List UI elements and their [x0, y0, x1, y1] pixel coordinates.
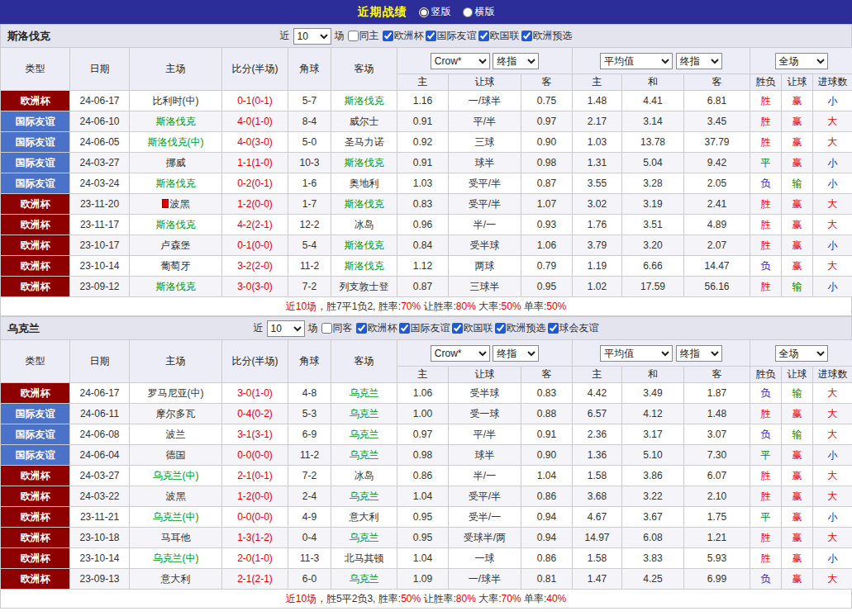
match-row: 欧洲杯23-09-13意大利2-1(2-1)6-0乌克兰1.09一/球半0.81…	[1, 569, 852, 590]
handicap-line: 一球	[449, 548, 521, 569]
match-date: 24-06-17	[70, 91, 130, 111]
home-odds: 0.83	[397, 194, 449, 215]
score: 3-1(3-1)	[222, 424, 288, 445]
result-wdl: 胜	[750, 215, 782, 235]
view-mode-vertical[interactable]: 竖版	[419, 5, 451, 19]
same-side-filter[interactable]: 同客	[321, 321, 353, 335]
result-wdl: 平	[750, 445, 782, 466]
avg-draw-odds: 3.83	[622, 548, 684, 569]
avg-draw-odds: 3.22	[622, 486, 684, 507]
result-goals: 大	[813, 466, 852, 486]
away-team: 列支敦士登	[331, 277, 397, 297]
home-team-name: 意大利	[161, 573, 191, 585]
view-mode-horizontal[interactable]: 横版	[463, 5, 495, 19]
result-handicap: 赢	[782, 507, 813, 528]
match-count-select[interactable]: 10	[267, 320, 305, 337]
match-scope-select[interactable]: 全场	[775, 53, 828, 69]
result-handicap: 赢	[782, 111, 813, 132]
competition-checkbox[interactable]	[356, 323, 367, 334]
result-goals: 大	[813, 383, 852, 404]
match-scope-select[interactable]: 全场	[775, 345, 828, 362]
corner-count: 5-0	[288, 132, 331, 153]
result-goals: 小	[813, 235, 852, 256]
competition-checkbox[interactable]	[495, 323, 506, 334]
match-date: 23-11-17	[70, 215, 130, 235]
avg-source-select[interactable]: 平均值	[600, 53, 673, 69]
avg-source-select[interactable]: 平均值	[600, 345, 673, 362]
summary-segment: 50%	[502, 301, 521, 312]
horizontal-radio[interactable]	[463, 7, 473, 17]
result-wdl: 胜	[750, 466, 782, 486]
home-team: 摩尔多瓦	[130, 404, 222, 424]
away-team-name: 斯洛伐克	[345, 239, 384, 251]
home-team-name: 比利时(中)	[153, 95, 199, 107]
bookmaker-select[interactable]: Crow*	[431, 345, 490, 362]
match-count-select[interactable]: 10	[293, 28, 331, 45]
competition-checkbox[interactable]	[399, 323, 410, 334]
competition-checkbox[interactable]	[452, 323, 463, 334]
near-label: 近	[280, 29, 290, 43]
subcol-avg-home: 主	[573, 367, 622, 383]
competition-type: 欧洲杯	[1, 569, 70, 590]
home-odds: 1.03	[397, 173, 449, 194]
competition-type: 欧洲杯	[1, 383, 70, 404]
match-date: 23-10-17	[70, 235, 130, 256]
score: 0-0(0-0)	[222, 445, 288, 466]
away-team-name: 意大利	[350, 511, 379, 523]
away-team: 北马其顿	[331, 548, 397, 569]
home-team: 卢森堡	[130, 235, 222, 256]
result-goals: 大	[813, 256, 852, 277]
competition-filter[interactable]: 欧国联	[452, 321, 493, 335]
away-team: 乌克兰	[331, 486, 397, 507]
corner-count: 11-3	[288, 548, 331, 569]
competition-filter[interactable]: 欧国联	[478, 29, 520, 43]
away-team-name: 奥地利	[350, 178, 379, 189]
competition-filter[interactable]: 球会友谊	[548, 321, 599, 335]
same-side-checkbox[interactable]	[348, 31, 359, 41]
summary-segment: 50%	[546, 301, 566, 312]
score: 0-1(0-0)	[222, 235, 288, 256]
odds-stage-select[interactable]: 终指	[493, 345, 539, 362]
result-handicap: 赢	[782, 548, 813, 569]
away-team-name: 圣马力诺	[345, 136, 384, 148]
handicap-line: 一/球半	[449, 569, 521, 590]
competition-type: 国际友谊	[1, 404, 70, 424]
same-side-checkbox[interactable]	[321, 323, 332, 334]
home-team-name: 卢森堡	[161, 239, 191, 251]
home-team-name: 斯洛伐克	[156, 178, 196, 189]
subcol-odds-handicap: 让球	[449, 367, 521, 383]
competition-checkbox[interactable]	[521, 31, 532, 41]
home-team-name: 斯洛伐克	[156, 116, 196, 127]
competition-type: 国际友谊	[1, 173, 70, 194]
near-label: 近	[254, 321, 264, 335]
competition-filter[interactable]: 欧洲杯	[356, 321, 397, 335]
same-side-filter[interactable]: 同主	[348, 29, 379, 43]
result-group-header: 全场	[750, 48, 852, 74]
unit-label: 场	[308, 321, 318, 335]
summary-segment: 50%	[401, 593, 421, 604]
home-team: 葡萄牙	[130, 256, 222, 277]
result-goals: 大	[813, 132, 852, 153]
corner-count: 1-7	[288, 194, 331, 215]
bookmaker-select[interactable]: Crow*	[431, 53, 490, 69]
odds-stage-select[interactable]: 终指	[493, 53, 539, 69]
avg-stage-select[interactable]: 终指	[676, 345, 722, 362]
competition-checkbox[interactable]	[478, 31, 489, 41]
competition-checkbox[interactable]	[548, 323, 559, 334]
competition-filter[interactable]: 欧洲预选	[521, 29, 573, 43]
competition-filter[interactable]: 国际友谊	[399, 321, 450, 335]
competition-filter[interactable]: 欧洲杯	[383, 29, 424, 43]
away-odds: 0.94	[521, 507, 573, 528]
competition-checkbox[interactable]	[383, 31, 393, 41]
home-odds: 0.96	[397, 215, 449, 235]
competition-filter[interactable]: 国际友谊	[426, 29, 477, 43]
home-team: 乌克兰(中)	[130, 466, 222, 486]
match-row: 欧洲杯23-11-17斯洛伐克4-2(2-1)12-2冰岛0.96半/一0.93…	[1, 215, 852, 235]
avg-stage-select[interactable]: 终指	[676, 53, 722, 69]
score: 1-2(0-0)	[222, 486, 288, 507]
score: 1-2(0-0)	[222, 194, 288, 215]
competition-checkbox[interactable]	[426, 31, 436, 41]
score: 1-1(1-0)	[222, 153, 288, 173]
competition-filter[interactable]: 欧洲预选	[495, 321, 546, 335]
vertical-radio[interactable]	[419, 7, 429, 17]
